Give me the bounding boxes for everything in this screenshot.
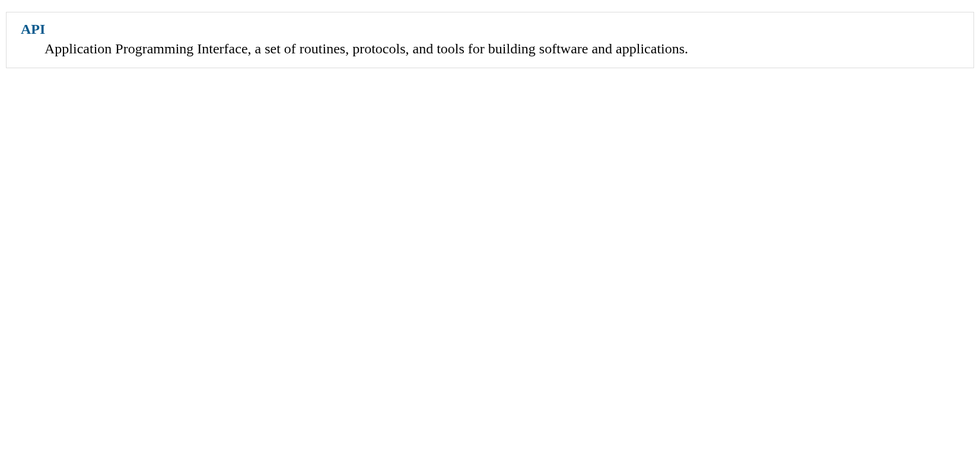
definition-description: Application Programming Interface, a set… — [21, 40, 959, 58]
definition-box: API Application Programming Interface, a… — [6, 12, 974, 68]
definition-term: API — [21, 20, 959, 40]
